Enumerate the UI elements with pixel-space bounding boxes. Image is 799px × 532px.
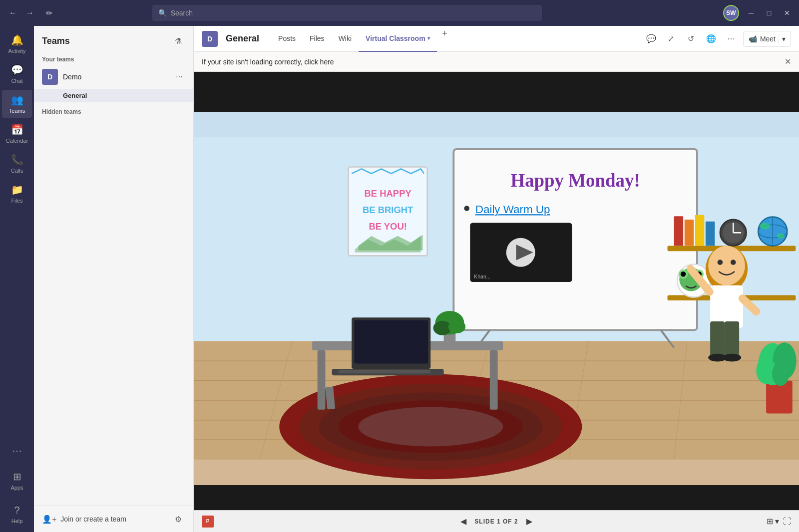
settings-button[interactable]: ⚙ <box>171 512 185 526</box>
svg-point-82 <box>772 362 789 386</box>
teams-sidebar: Teams ⚗ Your teams D Demo ⋯ General Hidd… <box>34 26 194 532</box>
sidebar-title: Teams <box>42 36 70 46</box>
expand-icon[interactable]: ⤢ <box>663 31 679 47</box>
tab-files[interactable]: Files <box>303 26 332 52</box>
tab-posts[interactable]: Posts <box>271 26 303 52</box>
join-create-label: Join or create a team <box>60 515 126 523</box>
svg-point-24 <box>506 238 535 267</box>
nav-label-calendar: Calendar <box>6 138 28 144</box>
teams-nav-icon: 👥 <box>11 94 23 106</box>
svg-point-39 <box>758 225 787 238</box>
svg-rect-33 <box>706 222 715 246</box>
titlebar: ← → ✏ 🔍 SW ─ □ ✕ <box>0 0 799 26</box>
header-tabs: Posts Files Wiki Virtual Classroom ▾ + <box>271 26 453 52</box>
channel-general[interactable]: General <box>34 89 193 102</box>
svg-point-45 <box>679 267 703 291</box>
website-icon[interactable]: 🌐 <box>703 31 719 47</box>
svg-rect-29 <box>668 246 796 252</box>
svg-rect-69 <box>325 386 335 409</box>
team-demo[interactable]: D Demo ⋯ <box>34 65 193 89</box>
svg-point-65 <box>358 407 503 446</box>
main-layout: 🔔 Activity 💬 Chat 👥 Teams 📅 Calendar 📞 C… <box>0 26 799 532</box>
more-options-icon[interactable]: ⋯ <box>723 31 739 47</box>
search-input[interactable] <box>171 9 536 17</box>
join-create-button[interactable]: 👤+ Join or create a team <box>42 515 126 524</box>
sidebar-item-teams[interactable]: 👥 Teams <box>2 90 32 118</box>
svg-rect-66 <box>312 341 503 350</box>
svg-text:Khan...: Khan... <box>474 273 490 279</box>
nav-label-activity: Activity <box>8 48 26 54</box>
powerpoint-icon: P <box>202 516 214 528</box>
svg-rect-55 <box>710 321 725 357</box>
edit-button[interactable]: ✏ <box>42 6 56 20</box>
svg-text:BE BRIGHT: BE BRIGHT <box>363 205 413 215</box>
previous-slide-button[interactable]: ◀ <box>460 517 466 526</box>
join-icon: 👤+ <box>42 515 56 524</box>
svg-rect-1 <box>194 341 799 460</box>
fullscreen-button[interactable]: ⛶ <box>783 517 791 526</box>
svg-rect-78 <box>766 381 793 414</box>
files-icon: 📁 <box>11 184 23 196</box>
tab-virtual-classroom[interactable]: Virtual Classroom ▾ <box>359 26 437 52</box>
svg-line-9 <box>457 341 490 460</box>
tab-wiki[interactable]: Wiki <box>332 26 359 52</box>
svg-point-80 <box>773 342 796 379</box>
sidebar-item-chat[interactable]: 💬 Chat <box>2 60 32 88</box>
view-toggle-button[interactable]: ⊞ ▾ <box>767 517 779 526</box>
classroom-background: BE HAPPY BE BRIGHT BE YOU! Happy Monday! <box>194 112 799 485</box>
nav-label-apps: Apps <box>10 485 23 491</box>
slide-viewer: BE HAPPY BE BRIGHT BE YOU! Happy Monday! <box>194 72 799 510</box>
svg-marker-14 <box>358 235 422 251</box>
team-more-button[interactable]: ⋯ <box>173 71 185 83</box>
slide-black-top <box>194 72 799 112</box>
sidebar-item-files[interactable]: 📁 Files <box>2 180 32 208</box>
refresh-icon[interactable]: ↺ <box>683 31 699 47</box>
svg-rect-43 <box>668 295 796 300</box>
sidebar-item-calls[interactable]: 📞 Calls <box>2 150 32 178</box>
svg-rect-74 <box>444 332 456 346</box>
maximize-button[interactable]: □ <box>763 7 775 19</box>
svg-line-28 <box>661 330 674 348</box>
svg-line-8 <box>358 341 391 460</box>
sidebar-item-more[interactable]: ⋯ <box>2 441 32 461</box>
your-teams-label: Your teams <box>34 52 193 65</box>
avatar[interactable]: SW <box>723 5 739 21</box>
sidebar-item-activity[interactable]: 🔔 Activity <box>2 30 32 58</box>
svg-line-59 <box>691 269 710 292</box>
sidebar-item-calendar[interactable]: 📅 Calendar <box>2 120 32 148</box>
svg-point-34 <box>720 220 747 246</box>
next-slide-button[interactable]: ▶ <box>526 517 532 526</box>
svg-point-49 <box>696 271 702 277</box>
svg-rect-72 <box>332 369 444 375</box>
conversation-icon[interactable]: 💬 <box>643 31 659 47</box>
forward-button[interactable]: → <box>23 6 37 20</box>
notification-text: If your site isn't loading correctly, cl… <box>202 58 334 66</box>
sidebar-item-help[interactable]: ? Help <box>2 501 32 528</box>
svg-point-46 <box>679 269 688 278</box>
svg-point-47 <box>695 269 704 278</box>
nav-label-chat: Chat <box>11 78 22 84</box>
nav-label-files: Files <box>11 198 22 204</box>
add-tab-button[interactable]: + <box>437 26 453 42</box>
window-controls: SW ─ □ ✕ <box>723 5 793 21</box>
main-content: D General Posts Files Wiki Virtual Class… <box>194 26 799 532</box>
svg-rect-18 <box>453 149 697 330</box>
meet-dropdown-icon[interactable]: ▾ <box>779 35 786 43</box>
close-button[interactable]: ✕ <box>781 7 793 19</box>
sidebar-item-apps[interactable]: ⊞ Apps <box>2 467 32 495</box>
slide-controls: P ◀ SLIDE 1 OF 2 ▶ ⊞ ▾ ⛶ <box>194 510 799 532</box>
minimize-button[interactable]: ─ <box>745 7 757 19</box>
meet-button[interactable]: 📹 Meet ▾ <box>743 31 791 47</box>
svg-rect-32 <box>695 215 704 246</box>
svg-line-11 <box>674 341 687 460</box>
search-icon: 🔍 <box>158 9 167 17</box>
svg-rect-0 <box>194 137 799 341</box>
chevron-down-icon: ▾ <box>427 35 430 41</box>
svg-point-77 <box>448 320 465 333</box>
svg-point-76 <box>433 321 452 335</box>
back-button[interactable]: ← <box>6 6 20 20</box>
svg-text:BE YOU!: BE YOU! <box>369 221 407 232</box>
svg-point-57 <box>708 354 727 362</box>
filter-button[interactable]: ⚗ <box>171 34 185 48</box>
close-notification-button[interactable]: ✕ <box>785 57 791 66</box>
